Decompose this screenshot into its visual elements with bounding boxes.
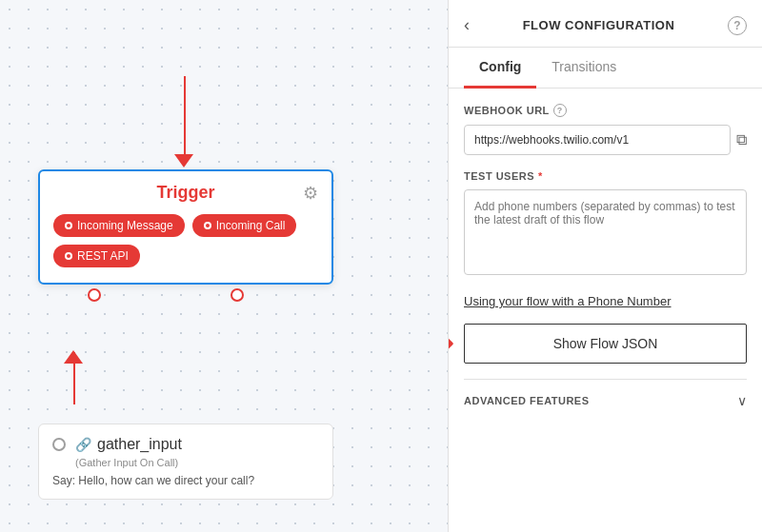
panel-tabs: Config Transitions	[449, 48, 762, 89]
rest-api-label: REST API	[77, 249, 129, 263]
required-indicator: *	[538, 170, 543, 182]
show-json-button[interactable]: Show Flow JSON	[464, 324, 747, 364]
phone-number-link[interactable]: Using your flow with a Phone Number	[464, 294, 747, 308]
advanced-label: ADVANCED FEATURES	[464, 395, 590, 406]
tab-transitions[interactable]: Transitions	[536, 48, 632, 89]
webhook-url-label: WEBHOOK URL ?	[464, 104, 747, 117]
gather-dot	[52, 438, 66, 451]
red-arrow-icon: ➜	[449, 331, 454, 356]
canvas-area: Trigger ⚙ Incoming Message Incoming Call…	[0, 0, 448, 532]
panel-header: ‹ FLOW CONFIGURATION ?	[449, 0, 762, 48]
rest-api-btn[interactable]: REST API	[53, 245, 140, 267]
trigger-buttons: Incoming Message Incoming Call REST API	[53, 214, 318, 267]
dot-icon-3	[65, 252, 72, 260]
incoming-message-btn[interactable]: Incoming Message	[53, 214, 185, 237]
incoming-call-btn[interactable]: Incoming Call	[192, 214, 297, 237]
trigger-node: Trigger ⚙ Incoming Message Incoming Call…	[38, 169, 333, 285]
tab-config[interactable]: Config	[464, 48, 536, 89]
advanced-section: ADVANCED FEATURES ∨	[464, 379, 747, 408]
gather-description: Say: Hello, how can we direct your call?	[52, 474, 319, 487]
gather-subtitle: (Gather Input On Call)	[75, 457, 319, 468]
arrow-line-1	[184, 76, 186, 162]
copy-icon[interactable]: ⧉	[736, 131, 747, 148]
chevron-down-icon[interactable]: ∨	[737, 393, 747, 408]
back-button[interactable]: ‹	[464, 15, 470, 35]
right-panel: ‹ FLOW CONFIGURATION ? Config Transition…	[448, 0, 762, 532]
dot-icon-2	[204, 222, 211, 229]
show-json-container: ➜ Show Flow JSON	[464, 324, 747, 364]
incoming-call-label: Incoming Call	[216, 219, 286, 232]
gather-header: 🔗 gather_input	[52, 436, 319, 453]
trigger-title: Trigger	[156, 183, 214, 203]
incoming-message-label: Incoming Message	[77, 219, 173, 232]
panel-title: FLOW CONFIGURATION	[523, 18, 675, 32]
webhook-url-input[interactable]	[464, 125, 731, 155]
trigger-header: Trigger ⚙	[53, 183, 318, 203]
help-button[interactable]: ?	[728, 16, 747, 35]
conn-dot-right[interactable]	[231, 288, 244, 302]
gather-node: 🔗 gather_input (Gather Input On Call) Sa…	[38, 424, 333, 500]
arrow-head-1	[174, 154, 193, 167]
test-users-textarea[interactable]	[464, 189, 747, 275]
webhook-url-row: ⧉	[464, 125, 747, 155]
panel-content: WEBHOOK URL ? ⧉ TEST USERS * Using your …	[449, 89, 762, 532]
gear-icon[interactable]: ⚙	[303, 183, 318, 204]
test-users-label: TEST USERS *	[464, 170, 747, 182]
arrow-head-2	[64, 350, 83, 364]
webhook-help-icon[interactable]: ?	[553, 104, 567, 117]
link-icon: 🔗	[75, 437, 91, 452]
gather-title: 🔗 gather_input	[75, 436, 182, 453]
dot-icon	[65, 222, 72, 229]
conn-dot-left[interactable]	[88, 288, 101, 302]
